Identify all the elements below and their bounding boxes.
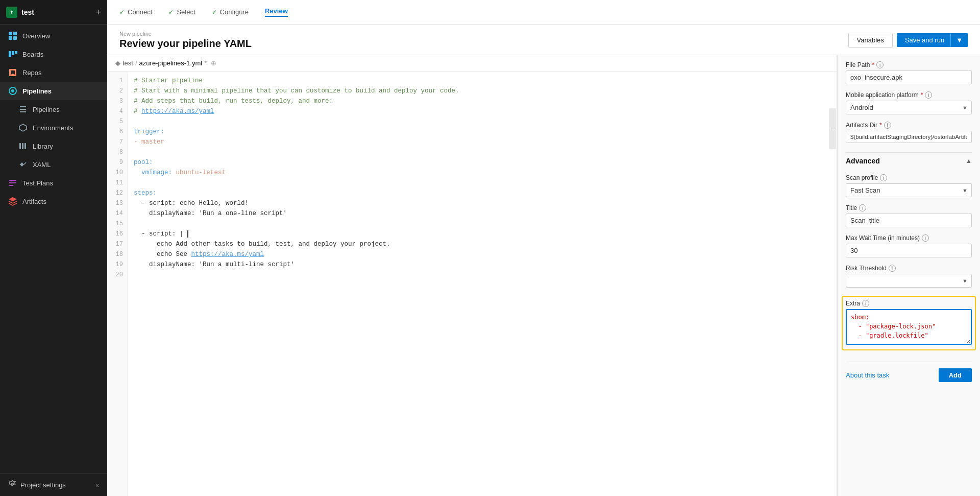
scan-profile-select-wrapper: Fast Scan Full Scan ▼ (846, 183, 972, 197)
title-field-label: Title i (846, 204, 972, 211)
project-settings-label: Project settings (20, 481, 66, 489)
code-editor[interactable]: # Starter pipeline # Start with a minima… (128, 72, 828, 496)
code-line-5 (134, 116, 822, 127)
artifacts-dir-info-icon[interactable]: i (884, 122, 891, 129)
sidebar-item-pipelines-sub[interactable]: Pipelines (0, 100, 107, 119)
sidebar-item-pipelines-main[interactable]: Pipelines (0, 82, 107, 100)
add-project-button[interactable]: + (95, 8, 101, 17)
header-actions: Variables Save and run ▼ (848, 33, 968, 48)
sidebar-item-xaml[interactable]: XAML (0, 155, 107, 174)
sidebar-item-overview[interactable]: Overview (0, 27, 107, 45)
code-line-14: displayName: 'Run a one-line script' (134, 208, 822, 219)
configure-check-icon: ✓ (212, 9, 217, 16)
code-line-3: # Add steps that build, run tests, deplo… (134, 96, 822, 106)
xaml-icon (18, 160, 28, 169)
sidebar-item-environments[interactable]: Environments (0, 119, 107, 137)
diamond-icon: ◆ (115, 59, 120, 67)
right-panel: File Path * i Mobile application platfor… (837, 55, 980, 496)
panel-footer: About this task Add (846, 362, 972, 382)
mobile-platform-select-wrapper: Android iOS ▼ (846, 101, 972, 114)
artifacts-dir-input[interactable] (846, 131, 972, 143)
sidebar: t test + Overview Boards Repos (0, 0, 107, 496)
svg-rect-11 (20, 111, 26, 112)
file-path-input[interactable] (846, 70, 972, 84)
scan-profile-select[interactable]: Fast Scan Full Scan (846, 183, 972, 197)
wizard-step-select-label: Select (177, 8, 195, 16)
main-content: ✓ Connect ✓ Select ✓ Configure Review Ne… (107, 0, 980, 496)
content-area: ◆ test / azure-pipelines-1.yml * ⊕ 12345… (107, 55, 980, 496)
mobile-platform-label: Mobile application platform * i (846, 91, 972, 99)
risk-threshold-select[interactable]: Low Medium High (846, 274, 972, 288)
test-plans-icon (8, 178, 17, 187)
add-button[interactable]: Add (939, 368, 972, 382)
extra-field-wrapper: Extra i sbom: - "package-lock.json" - "g… (846, 300, 972, 346)
breadcrumb: New pipeline (119, 31, 252, 37)
code-line-12: steps: (134, 188, 822, 198)
code-line-17: echo Add other tasks to build, test, and… (134, 239, 822, 249)
advanced-collapse-button[interactable]: ▲ (966, 157, 972, 164)
sidebar-collapse-button[interactable]: « (95, 482, 99, 489)
extra-info-icon[interactable]: i (862, 300, 869, 307)
extra-textarea[interactable]: sbom: - "package-lock.json" - "gradle.lo… (846, 309, 972, 345)
code-line-11 (134, 178, 822, 188)
about-this-task-link[interactable]: About this task (846, 371, 889, 379)
sidebar-item-library[interactable]: Library (0, 137, 107, 155)
file-separator: / (135, 59, 137, 67)
code-line-1: # Starter pipeline (134, 76, 822, 86)
file-path: ◆ test / azure-pipelines-1.yml * ⊕ (115, 59, 216, 67)
sidebar-header: t test + (0, 0, 107, 25)
scan-profile-info-icon[interactable]: i (880, 174, 887, 181)
svg-point-8 (11, 89, 14, 92)
mobile-platform-select[interactable]: Android iOS (846, 101, 972, 114)
title-input[interactable] (846, 214, 972, 227)
svg-rect-4 (9, 51, 11, 57)
file-path-info-icon[interactable]: i (876, 61, 884, 68)
sidebar-item-test-plans[interactable]: Test Plans (0, 174, 107, 192)
project-settings-link[interactable]: Project settings (8, 480, 66, 490)
sidebar-item-repos[interactable]: Repos (0, 63, 107, 82)
scan-profile-field-group: Scan profile i Fast Scan Full Scan ▼ (846, 174, 972, 197)
sidebar-item-boards[interactable]: Boards (0, 45, 107, 63)
sidebar-item-xaml-label: XAML (33, 161, 51, 169)
wizard-step-connect[interactable]: ✓ Connect (119, 8, 152, 16)
save-run-dropdown-arrow[interactable]: ▼ (951, 33, 968, 47)
code-line-6: trigger: (134, 127, 822, 137)
wizard-step-configure[interactable]: ✓ Configure (212, 8, 249, 16)
code-line-15 (134, 219, 822, 229)
sidebar-item-artifacts[interactable]: Artifacts (0, 192, 107, 210)
advanced-section-title: Advanced (846, 157, 880, 165)
variables-button[interactable]: Variables (848, 33, 893, 48)
page-header-left: New pipeline Review your pipeline YAML (119, 31, 252, 50)
sidebar-item-artifacts-label: Artifacts (22, 198, 46, 205)
artifacts-icon (8, 197, 17, 206)
collapse-button[interactable]: — (829, 108, 836, 149)
sidebar-item-library-label: Library (33, 143, 53, 150)
save-and-run-button[interactable]: Save and run (897, 33, 951, 47)
artifacts-dir-field-group: Artifacts Dir * i (846, 122, 972, 143)
repos-icon (8, 68, 17, 77)
code-line-13: - script: echo Hello, world! (134, 198, 822, 208)
project-name[interactable]: t test (6, 7, 34, 18)
page-title: Review your pipeline YAML (119, 38, 252, 50)
project-name-label: test (21, 8, 34, 16)
svg-rect-1 (13, 32, 17, 35)
advanced-section-header: Advanced ▲ (846, 152, 972, 170)
max-wait-info-icon[interactable]: i (922, 234, 929, 242)
max-wait-input[interactable] (846, 244, 972, 257)
wizard-step-select[interactable]: ✓ Select (168, 8, 195, 16)
title-info-icon[interactable]: i (859, 204, 866, 211)
scan-profile-label: Scan profile i (846, 174, 972, 181)
sidebar-item-test-plans-label: Test Plans (22, 179, 53, 187)
code-line-9: pool: (134, 157, 822, 168)
risk-threshold-info-icon[interactable]: i (889, 265, 896, 272)
svg-rect-9 (20, 106, 26, 107)
line-numbers: 12345 678910 1112131415 1617181920 (107, 72, 128, 496)
wizard-step-review[interactable]: Review (265, 7, 288, 17)
wizard-bar: ✓ Connect ✓ Select ✓ Configure Review (107, 0, 980, 25)
svg-rect-13 (22, 143, 23, 149)
code-line-4: # https://aka.ms/yaml (134, 106, 822, 116)
copy-icon[interactable]: ⊕ (211, 59, 216, 67)
connect-check-icon: ✓ (119, 9, 125, 16)
mobile-platform-info-icon[interactable]: i (925, 91, 932, 99)
editor-body[interactable]: 12345 678910 1112131415 1617181920 # Sta… (107, 72, 837, 496)
